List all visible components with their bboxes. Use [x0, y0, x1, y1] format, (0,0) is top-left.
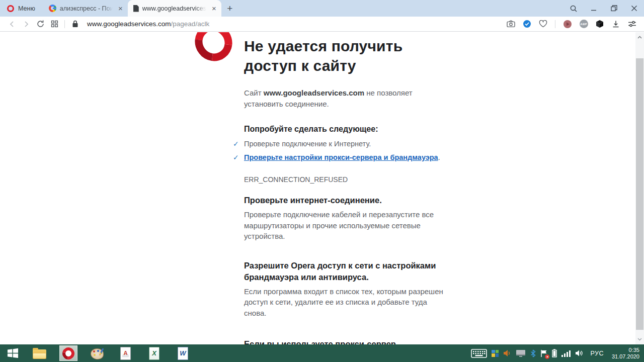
opera-error-logo-icon: [187, 32, 239, 68]
excel-icon: X: [149, 347, 159, 360]
error-message-column: Не удается получить доступ к сайту Сайт …: [244, 36, 443, 344]
tray-app-icon[interactable]: [492, 350, 499, 357]
proxy-settings-link[interactable]: Проверьте настройки прокси-сервера и бра…: [244, 153, 438, 161]
wordpad-icon: A: [120, 347, 131, 360]
section-body: Если программа входит в список тех, кото…: [244, 286, 443, 319]
tab-aliexpress-search[interactable]: алиэкспресс - Поиск в Go ×: [43, 0, 128, 17]
word-icon: W: [178, 347, 188, 360]
opera-menu-button[interactable]: Меню: [0, 0, 43, 17]
section-heading: Проверьте интернет-соединение.: [244, 195, 443, 206]
tab-title: www.googleadservices.com: [142, 5, 206, 12]
windows-logo-icon: [7, 347, 19, 359]
tab-googleadservices[interactable]: www.googleadservices.com ×: [128, 0, 221, 17]
taskbar-opera[interactable]: [54, 344, 83, 362]
check-icon: ✓: [233, 139, 240, 149]
battery-icon[interactable]: [552, 349, 557, 357]
action-center-flag-icon[interactable]: ×: [540, 349, 547, 357]
system-tray: × РУС 0:35 31.07.2020: [471, 347, 644, 360]
search-icon[interactable]: [564, 0, 584, 17]
taskbar-file-explorer[interactable]: [25, 344, 54, 362]
taskbar-paint[interactable]: [83, 344, 111, 362]
start-button[interactable]: [0, 344, 25, 362]
browser-window: Меню алиэкспресс - Поиск в Go × www.goog…: [0, 0, 644, 362]
snapshot-camera-icon[interactable]: [504, 18, 518, 31]
suggestions-list: ✓ Проверьте подключение к Интернету. ✓ П…: [244, 139, 443, 162]
list-item: ✓ Проверьте настройки прокси-сервера и б…: [233, 152, 443, 162]
scroll-down-icon[interactable]: [635, 335, 644, 343]
bookmark-heart-icon[interactable]: [536, 18, 550, 31]
error-intro: Сайт www.googleadservices.com не позволя…: [244, 87, 443, 110]
forward-button[interactable]: [19, 18, 33, 31]
url-domain: www.googleadservices.com: [87, 20, 171, 28]
clock-date: 31.07.2020: [610, 353, 639, 360]
display-monitor-icon[interactable]: [516, 349, 526, 357]
close-button[interactable]: [624, 0, 644, 17]
network-signal-icon[interactable]: [561, 350, 571, 357]
adblock-abp-icon[interactable]: ABP: [577, 18, 591, 31]
error-page: Не удается получить доступ к сайту Сайт …: [0, 32, 644, 344]
scroll-up-icon[interactable]: [635, 33, 644, 41]
taskbar-word[interactable]: W: [169, 344, 197, 362]
google-favicon-icon: [49, 5, 56, 12]
speaker-volume-icon[interactable]: [575, 349, 584, 357]
error-title: Не удается получить доступ к сайту: [244, 36, 443, 75]
error-badge-icon: ×: [545, 354, 549, 359]
opera-icon: [60, 345, 76, 361]
url-display[interactable]: www.googleadservices.com/pagead/aclk: [87, 20, 209, 28]
try-heading: Попробуйте сделать следующее:: [244, 125, 443, 134]
check-icon: ✓: [233, 152, 240, 162]
scrollbar-thumb[interactable]: [636, 58, 643, 330]
taskbar-excel[interactable]: X: [140, 344, 169, 362]
new-tab-button[interactable]: +: [221, 0, 238, 17]
suggestion-text: Проверьте настройки прокси-сервера и бра…: [244, 152, 440, 162]
speed-dial-icon[interactable]: [47, 18, 61, 31]
word-letter: W: [180, 349, 186, 357]
excel-letter: X: [152, 349, 156, 357]
paint-icon: [91, 348, 104, 359]
windows-taskbar: A X W ×: [0, 344, 644, 362]
file-explorer-icon: [33, 349, 46, 359]
page-scrollbar[interactable]: [635, 32, 644, 344]
restore-button[interactable]: [604, 0, 624, 17]
touch-keyboard-icon[interactable]: [471, 349, 487, 358]
window-controls: [564, 0, 644, 17]
toolbar-divider: [64, 20, 65, 28]
section-heading: Если вы используете прокси-сервер...: [244, 338, 443, 344]
taskbar-clock[interactable]: 0:35 31.07.2020: [610, 347, 641, 360]
section-body: Проверьте подключение кабелей и перезапу…: [244, 209, 443, 242]
link-suffix: .: [438, 153, 440, 161]
suggestion-text: Проверьте подключение к Интернету.: [244, 139, 371, 149]
security-badge-icon[interactable]: [520, 18, 534, 31]
language-indicator[interactable]: РУС: [588, 350, 606, 357]
extension-box-icon[interactable]: [593, 18, 607, 31]
extension-play-icon[interactable]: [560, 18, 575, 31]
lock-icon[interactable]: [68, 18, 82, 31]
opera-logo-icon: [7, 5, 14, 12]
toolbar-right-icons: ABP: [504, 18, 639, 31]
section-heading: Разрешите Opera доступ к сети с настройк…: [244, 260, 443, 283]
taskbar-wordpad[interactable]: A: [111, 344, 140, 362]
address-toolbar: www.googleadservices.com/pagead/aclk ABP: [0, 17, 644, 32]
back-button[interactable]: [5, 18, 19, 31]
help-section: Разрешите Opera доступ к сети с настройк…: [244, 260, 443, 319]
error-code: ERR_CONNECTION_REFUSED: [244, 175, 443, 184]
clock-time: 0:35: [610, 347, 639, 353]
volume-mixer-icon[interactable]: [503, 349, 511, 357]
download-icon[interactable]: [609, 18, 623, 31]
tab-strip: Меню алиэкспресс - Поиск в Go × www.goog…: [0, 0, 644, 17]
toolbar-divider: [555, 20, 555, 28]
reload-button[interactable]: [33, 18, 47, 31]
intro-prefix: Сайт: [244, 88, 264, 97]
tab-close-icon[interactable]: ×: [116, 4, 125, 13]
intro-domain: www.googleadservices.com: [264, 88, 364, 97]
url-path: /pagead/aclk: [171, 20, 210, 28]
help-section: Если вы используете прокси-сервер... Про…: [244, 338, 443, 344]
bluetooth-icon[interactable]: [530, 349, 536, 357]
abp-badge-label: ABP: [580, 20, 588, 28]
easy-setup-sliders-icon[interactable]: [625, 18, 639, 31]
page-favicon-icon: [133, 5, 139, 12]
menu-label: Меню: [18, 5, 35, 12]
tab-close-icon[interactable]: ×: [210, 4, 218, 13]
minimize-button[interactable]: [584, 0, 604, 17]
list-item: ✓ Проверьте подключение к Интернету.: [233, 139, 443, 149]
